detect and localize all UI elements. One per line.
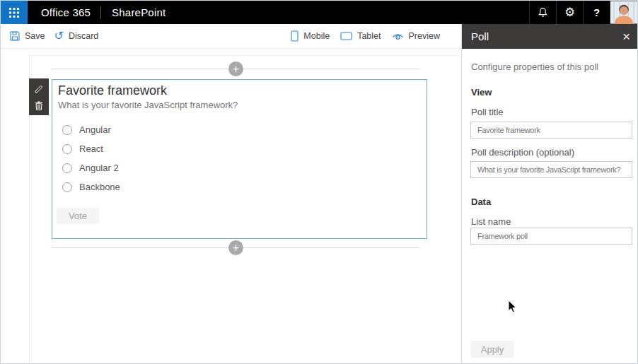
suite-bar: Office 365 SharePoint ⚙ ? <box>1 1 637 24</box>
panel-body: Configure properties of this poll View P… <box>462 49 638 363</box>
radio-button-icon[interactable] <box>62 163 72 173</box>
mobile-label: Mobile <box>303 31 330 41</box>
poll-title-label: Poll title <box>471 107 504 117</box>
save-button[interactable]: Save <box>10 31 45 41</box>
floppy-disk-icon <box>10 31 20 41</box>
poll-option-label: Angular <box>79 124 111 135</box>
suite-bar-actions: ⚙ ? <box>529 1 637 24</box>
trash-icon <box>35 101 43 110</box>
pencil-icon <box>35 84 44 93</box>
notifications-button[interactable] <box>529 1 556 24</box>
radio-button-icon[interactable] <box>62 182 72 192</box>
undo-arrow-icon: ↺ <box>54 30 64 42</box>
poll-webpart[interactable]: Favorite framework What is your favorite… <box>52 79 427 239</box>
bell-icon <box>538 7 548 18</box>
preview-button[interactable]: Preview <box>392 31 440 41</box>
eye-icon <box>392 32 404 40</box>
poll-option-row[interactable]: Backbone <box>62 177 120 196</box>
discard-label: Discard <box>69 31 98 41</box>
x-icon: × <box>622 29 630 44</box>
poll-title: Favorite framework <box>58 83 167 98</box>
avatar-photo <box>610 1 637 24</box>
panel-title: Poll <box>471 30 489 42</box>
tablet-preview-button[interactable]: Tablet <box>340 31 381 41</box>
poll-option-row[interactable]: React <box>62 139 120 158</box>
poll-description-input[interactable] <box>470 161 632 178</box>
question-mark-icon: ? <box>593 6 600 18</box>
page-canvas: + Favorite framework What is your favori… <box>1 49 461 364</box>
add-webpart-button-bottom[interactable]: + <box>228 240 243 255</box>
radio-button-icon[interactable] <box>62 144 72 154</box>
list-name-label: List name <box>471 216 511 227</box>
help-button[interactable]: ? <box>583 1 610 24</box>
tablet-outline-icon <box>340 32 352 40</box>
poll-option-label: Angular 2 <box>79 163 119 173</box>
suite-bar-divider <box>100 6 101 19</box>
sharepoint-page-editor: Office 365 SharePoint ⚙ ? <box>0 0 638 364</box>
waffle-grid-icon <box>9 8 19 18</box>
close-panel-button[interactable]: × <box>622 30 630 43</box>
phone-outline-icon <box>291 30 298 42</box>
poll-option-row[interactable]: Angular <box>62 120 120 139</box>
radio-button-icon[interactable] <box>62 125 72 135</box>
gear-icon: ⚙ <box>564 6 575 18</box>
poll-description-label: Poll description (optional) <box>471 147 574 158</box>
poll-description: What is your favorite JavaScript framewo… <box>58 100 238 110</box>
product-sharepoint[interactable]: SharePoint <box>112 6 166 18</box>
poll-options: Angular React Angular 2 Backbone <box>62 120 120 196</box>
view-section-heading: View <box>471 87 492 98</box>
poll-option-row[interactable]: Angular 2 <box>62 158 120 177</box>
account-avatar[interactable] <box>610 1 637 24</box>
apply-button[interactable]: Apply <box>470 341 514 358</box>
brand-office365[interactable]: Office 365 <box>41 6 91 18</box>
panel-subtitle: Configure properties of this poll <box>471 61 598 72</box>
settings-button[interactable]: ⚙ <box>556 1 583 24</box>
save-label: Save <box>25 31 45 41</box>
app-launcher-button[interactable] <box>1 1 28 24</box>
poll-option-label: React <box>79 143 103 154</box>
webpart-edit-toolbar <box>29 78 49 115</box>
poll-option-label: Backbone <box>79 182 120 192</box>
discard-button[interactable]: ↺ Discard <box>54 30 99 42</box>
poll-property-panel: Poll × Configure properties of this poll… <box>461 24 638 364</box>
vote-button[interactable]: Vote <box>57 208 99 224</box>
add-webpart-button-top[interactable]: + <box>228 61 243 76</box>
tablet-label: Tablet <box>357 31 381 41</box>
mobile-preview-button[interactable]: Mobile <box>291 30 330 42</box>
command-bar-right: Mobile Tablet Preview <box>291 30 440 42</box>
list-name-input[interactable] <box>470 228 632 245</box>
command-bar-left: Save ↺ Discard <box>1 30 98 42</box>
data-section-heading: Data <box>471 196 491 207</box>
command-bar: Save ↺ Discard Mobile Tablet <box>1 24 461 49</box>
edit-webpart-button[interactable] <box>32 81 46 95</box>
poll-title-input[interactable] <box>470 122 632 139</box>
preview-label: Preview <box>409 31 440 41</box>
plus-circle-icon: + <box>233 64 239 75</box>
panel-header: Poll × <box>462 24 638 49</box>
delete-webpart-button[interactable] <box>32 98 46 112</box>
plus-circle-icon: + <box>233 242 239 254</box>
